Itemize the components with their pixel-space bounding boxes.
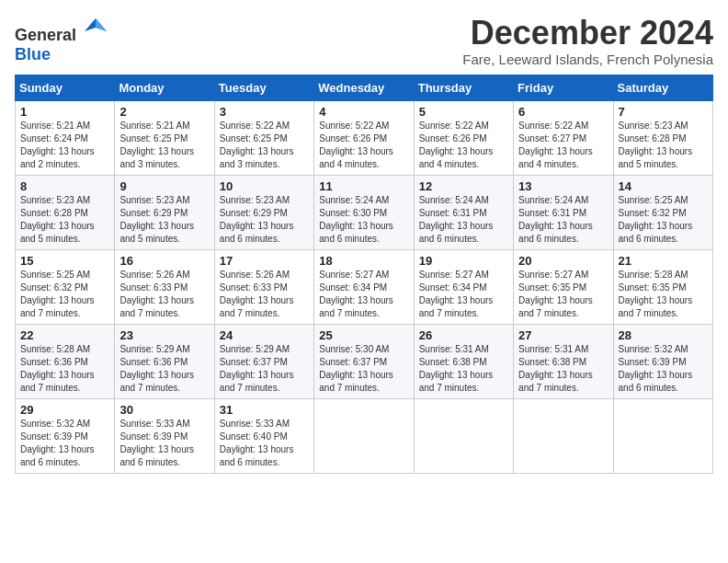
day-number: 30 xyxy=(119,403,209,417)
day-detail: Sunrise: 5:27 AM Sunset: 6:34 PM Dayligh… xyxy=(419,269,508,320)
day-detail: Sunrise: 5:29 AM Sunset: 6:37 PM Dayligh… xyxy=(220,343,309,395)
calendar-cell: 31Sunrise: 5:33 AM Sunset: 6:40 PM Dayli… xyxy=(214,398,313,473)
day-number: 11 xyxy=(319,179,408,193)
calendar-cell: 15Sunrise: 5:25 AM Sunset: 6:32 PM Dayli… xyxy=(16,249,115,324)
calendar-cell: 25Sunrise: 5:30 AM Sunset: 6:37 PM Dayli… xyxy=(314,324,414,398)
calendar-cell: 27Sunrise: 5:31 AM Sunset: 6:38 PM Dayli… xyxy=(514,324,613,398)
day-number: 12 xyxy=(419,179,508,193)
day-number: 16 xyxy=(119,254,209,268)
calendar-cell xyxy=(514,398,613,473)
col-header-saturday: Saturday xyxy=(613,75,712,100)
calendar-cell: 22Sunrise: 5:28 AM Sunset: 6:36 PM Dayli… xyxy=(16,324,115,398)
calendar-cell: 9Sunrise: 5:23 AM Sunset: 6:29 PM Daylig… xyxy=(115,175,214,249)
day-detail: Sunrise: 5:24 AM Sunset: 6:30 PM Dayligh… xyxy=(319,194,408,246)
day-number: 25 xyxy=(319,328,408,342)
day-detail: Sunrise: 5:24 AM Sunset: 6:31 PM Dayligh… xyxy=(518,194,608,246)
day-detail: Sunrise: 5:33 AM Sunset: 6:39 PM Dayligh… xyxy=(119,418,209,469)
day-detail: Sunrise: 5:26 AM Sunset: 6:33 PM Dayligh… xyxy=(119,269,209,320)
day-detail: Sunrise: 5:33 AM Sunset: 6:40 PM Dayligh… xyxy=(220,418,309,469)
day-number: 8 xyxy=(20,179,109,193)
calendar-cell: 1Sunrise: 5:21 AM Sunset: 6:24 PM Daylig… xyxy=(16,100,115,175)
svg-marker-1 xyxy=(96,18,107,31)
calendar-cell: 16Sunrise: 5:26 AM Sunset: 6:33 PM Dayli… xyxy=(115,249,214,324)
calendar-cell: 18Sunrise: 5:27 AM Sunset: 6:34 PM Dayli… xyxy=(314,249,414,324)
day-detail: Sunrise: 5:23 AM Sunset: 6:28 PM Dayligh… xyxy=(619,120,708,171)
day-detail: Sunrise: 5:23 AM Sunset: 6:28 PM Dayligh… xyxy=(20,194,109,246)
day-detail: Sunrise: 5:32 AM Sunset: 6:39 PM Dayligh… xyxy=(619,343,708,395)
day-number: 9 xyxy=(119,179,209,193)
page-header: General Blue December 2024 Fare, Leeward… xyxy=(15,15,713,67)
calendar-cell xyxy=(613,398,712,473)
col-header-sunday: Sunday xyxy=(16,75,115,100)
day-detail: Sunrise: 5:27 AM Sunset: 6:35 PM Dayligh… xyxy=(518,269,608,320)
calendar-cell: 24Sunrise: 5:29 AM Sunset: 6:37 PM Dayli… xyxy=(214,324,313,398)
calendar-table: SundayMondayTuesdayWednesdayThursdayFrid… xyxy=(15,75,713,474)
day-number: 31 xyxy=(220,403,309,417)
day-number: 21 xyxy=(619,254,708,268)
day-number: 10 xyxy=(220,179,309,193)
calendar-cell: 14Sunrise: 5:25 AM Sunset: 6:32 PM Dayli… xyxy=(613,175,712,249)
calendar-header-row: SundayMondayTuesdayWednesdayThursdayFrid… xyxy=(16,75,713,100)
col-header-monday: Monday xyxy=(115,75,214,100)
calendar-cell: 23Sunrise: 5:29 AM Sunset: 6:36 PM Dayli… xyxy=(115,324,214,398)
day-detail: Sunrise: 5:21 AM Sunset: 6:25 PM Dayligh… xyxy=(119,120,209,171)
day-number: 13 xyxy=(518,179,608,193)
calendar-cell: 8Sunrise: 5:23 AM Sunset: 6:28 PM Daylig… xyxy=(16,175,115,249)
calendar-week-row: 8Sunrise: 5:23 AM Sunset: 6:28 PM Daylig… xyxy=(16,175,713,249)
calendar-cell: 11Sunrise: 5:24 AM Sunset: 6:30 PM Dayli… xyxy=(314,175,414,249)
day-detail: Sunrise: 5:30 AM Sunset: 6:37 PM Dayligh… xyxy=(319,343,408,395)
calendar-cell: 17Sunrise: 5:26 AM Sunset: 6:33 PM Dayli… xyxy=(214,249,313,324)
calendar-cell: 5Sunrise: 5:22 AM Sunset: 6:26 PM Daylig… xyxy=(414,100,513,175)
day-detail: Sunrise: 5:27 AM Sunset: 6:34 PM Dayligh… xyxy=(319,269,408,320)
calendar-cell: 2Sunrise: 5:21 AM Sunset: 6:25 PM Daylig… xyxy=(115,100,214,175)
title-section: December 2024 Fare, Leeward Islands, Fre… xyxy=(462,15,713,67)
calendar-cell xyxy=(314,398,414,473)
day-detail: Sunrise: 5:28 AM Sunset: 6:36 PM Dayligh… xyxy=(20,343,109,395)
col-header-friday: Friday xyxy=(514,75,613,100)
calendar-cell: 4Sunrise: 5:22 AM Sunset: 6:26 PM Daylig… xyxy=(314,100,414,175)
calendar-cell: 6Sunrise: 5:22 AM Sunset: 6:27 PM Daylig… xyxy=(514,100,613,175)
calendar-cell: 26Sunrise: 5:31 AM Sunset: 6:38 PM Dayli… xyxy=(414,324,513,398)
day-number: 5 xyxy=(419,105,508,119)
day-number: 23 xyxy=(119,328,209,342)
day-detail: Sunrise: 5:24 AM Sunset: 6:31 PM Dayligh… xyxy=(419,194,508,246)
calendar-cell: 3Sunrise: 5:22 AM Sunset: 6:25 PM Daylig… xyxy=(214,100,313,175)
calendar-week-row: 1Sunrise: 5:21 AM Sunset: 6:24 PM Daylig… xyxy=(16,100,713,175)
day-detail: Sunrise: 5:31 AM Sunset: 6:38 PM Dayligh… xyxy=(419,343,508,395)
day-number: 2 xyxy=(119,105,209,119)
logo-text: General Blue xyxy=(15,15,108,64)
calendar-cell: 20Sunrise: 5:27 AM Sunset: 6:35 PM Dayli… xyxy=(514,249,613,324)
day-detail: Sunrise: 5:31 AM Sunset: 6:38 PM Dayligh… xyxy=(518,343,608,395)
day-detail: Sunrise: 5:21 AM Sunset: 6:24 PM Dayligh… xyxy=(20,120,109,171)
col-header-thursday: Thursday xyxy=(414,75,513,100)
col-header-tuesday: Tuesday xyxy=(214,75,313,100)
calendar-cell: 7Sunrise: 5:23 AM Sunset: 6:28 PM Daylig… xyxy=(613,100,712,175)
calendar-cell: 29Sunrise: 5:32 AM Sunset: 6:39 PM Dayli… xyxy=(16,398,115,473)
day-detail: Sunrise: 5:28 AM Sunset: 6:35 PM Dayligh… xyxy=(619,269,708,320)
logo: General Blue xyxy=(15,15,108,64)
day-number: 24 xyxy=(220,328,309,342)
day-number: 6 xyxy=(518,105,608,119)
day-number: 14 xyxy=(619,179,708,193)
calendar-week-row: 22Sunrise: 5:28 AM Sunset: 6:36 PM Dayli… xyxy=(16,324,713,398)
day-number: 26 xyxy=(419,328,508,342)
day-number: 22 xyxy=(20,328,109,342)
day-number: 29 xyxy=(20,403,109,417)
day-detail: Sunrise: 5:32 AM Sunset: 6:39 PM Dayligh… xyxy=(20,418,109,469)
day-number: 4 xyxy=(319,105,408,119)
month-title: December 2024 xyxy=(462,15,713,52)
day-detail: Sunrise: 5:22 AM Sunset: 6:26 PM Dayligh… xyxy=(419,120,508,171)
day-number: 17 xyxy=(220,254,309,268)
day-number: 27 xyxy=(518,328,608,342)
day-number: 3 xyxy=(220,105,309,119)
day-detail: Sunrise: 5:26 AM Sunset: 6:33 PM Dayligh… xyxy=(220,269,309,320)
logo-bird-icon xyxy=(83,15,108,40)
calendar-cell: 10Sunrise: 5:23 AM Sunset: 6:29 PM Dayli… xyxy=(214,175,313,249)
day-number: 18 xyxy=(319,254,408,268)
day-number: 1 xyxy=(20,105,109,119)
calendar-cell: 19Sunrise: 5:27 AM Sunset: 6:34 PM Dayli… xyxy=(414,249,513,324)
calendar-week-row: 15Sunrise: 5:25 AM Sunset: 6:32 PM Dayli… xyxy=(16,249,713,324)
day-detail: Sunrise: 5:23 AM Sunset: 6:29 PM Dayligh… xyxy=(220,194,309,246)
calendar-week-row: 29Sunrise: 5:32 AM Sunset: 6:39 PM Dayli… xyxy=(16,398,713,473)
location-subtitle: Fare, Leeward Islands, French Polynesia xyxy=(462,52,713,67)
